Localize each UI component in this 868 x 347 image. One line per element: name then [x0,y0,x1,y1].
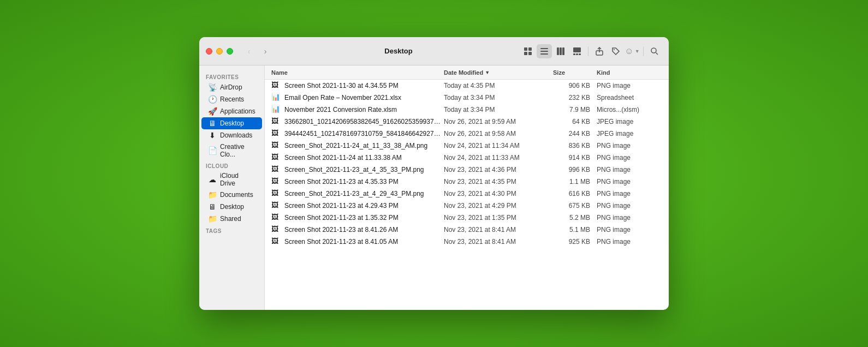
col-header-size[interactable]: Size [553,69,597,76]
svg-line-17 [656,52,658,55]
file-row[interactable]: 🖼 Screen Shot 2021-11-23 at 4.29.43 PM N… [265,200,669,212]
file-size: 914 KB [553,154,597,161]
desktop-icloud-icon: 🖥 [208,202,217,211]
minimize-button[interactable] [216,48,223,55]
toolbar-separator-1 [588,46,588,56]
sidebar-item-applications[interactable]: 🚀 Applications [201,105,262,117]
file-date: Nov 23, 2021 at 4:35 PM [444,178,553,186]
file-name: Screen Shot 2021-11-30 at 4.34.55 PM [284,82,444,89]
file-row[interactable]: 🖼 Screen Shot 2021-11-30 at 4.34.55 PM T… [265,80,669,92]
file-size: 675 KB [553,202,597,210]
creative-cloud-icon: 📄 [208,146,217,155]
file-kind: JPEG image [597,130,662,137]
file-date: Nov 23, 2021 at 1:35 PM [444,214,553,222]
svg-rect-6 [540,53,548,55]
file-date: Nov 23, 2021 at 8:41 AM [444,226,553,234]
applications-icon: 🚀 [208,107,217,116]
sidebar-item-shared[interactable]: 📁 Shared [201,213,262,225]
file-name: November 2021 Conversion Rate.xlsm [284,106,444,113]
file-kind: PNG image [597,238,662,246]
maximize-button[interactable] [227,48,233,55]
svg-rect-13 [579,53,581,55]
file-size: 232 KB [553,94,597,101]
file-row[interactable]: 🖼 Screen_Shot_2021-11-24_at_11_33_38_AM.… [265,140,669,152]
sidebar-label-icloud-drive: iCloud Drive [220,172,255,187]
file-row[interactable]: 🖼 Screen Shot 2021-11-24 at 11.33.38 AM … [265,152,669,164]
sidebar-item-airdrop[interactable]: 📡 AirDrop [201,81,262,93]
file-row[interactable]: 🖼 Screen Shot 2021-11-23 at 8.41.05 AM N… [265,236,669,248]
file-date: Nov 23, 2021 at 4:29 PM [444,202,553,210]
search-button[interactable] [647,44,662,58]
file-size: 925 KB [553,238,597,246]
sidebar-item-documents[interactable]: 📁 Documents [201,189,262,201]
file-row[interactable]: 🖼 Screen Shot 2021-11-23 at 4.35.33 PM N… [265,176,669,188]
more-button[interactable]: ☺ ▼ [625,44,640,58]
sidebar: Favorites 📡 AirDrop 🕐 Recents 🚀 Applicat… [199,65,265,310]
column-headers: Name Date Modified ▼ Size Kind [265,65,669,80]
sidebar-item-creative-cloud[interactable]: 📄 Creative Clo... [201,141,262,160]
file-type-icon: 🖼 [271,129,281,139]
file-name: 33662801_10214206958382645_9162602535993… [284,118,444,125]
file-row[interactable]: 🖼 33662801_10214206958382645_91626025359… [265,116,669,128]
back-button[interactable]: ‹ [242,45,256,57]
view-columns-button[interactable] [553,44,568,58]
svg-rect-12 [576,53,578,55]
sidebar-item-downloads[interactable]: ⬇ Downloads [201,129,262,141]
file-row[interactable]: 🖼 Screen_Shot_2021-11-23_at_4_29_43_PM.p… [265,188,669,200]
col-header-date[interactable]: Date Modified ▼ [444,69,553,76]
sidebar-item-icloud-drive[interactable]: ☁ iCloud Drive [201,170,262,189]
svg-rect-3 [528,52,532,55]
sidebar-label-downloads: Downloads [220,131,252,139]
file-kind: Micros...(xlsm) [597,106,662,113]
file-kind: PNG image [597,82,662,89]
toolbar-separator-2 [643,46,644,56]
file-row[interactable]: 📊 November 2021 Conversion Rate.xlsm Tod… [265,104,669,116]
col-header-name[interactable]: Name [271,69,444,76]
empty-row [265,284,669,296]
svg-rect-0 [524,47,527,51]
file-name: Screen Shot 2021-11-23 at 4.29.43 PM [284,202,444,210]
svg-rect-11 [573,53,575,55]
sidebar-item-desktop-icloud[interactable]: 🖥 Desktop [201,201,262,213]
window-title: Desktop [281,47,516,55]
close-button[interactable] [206,48,212,55]
sidebar-label-applications: Applications [220,107,255,115]
view-list-button[interactable] [537,44,552,58]
empty-row [265,272,669,284]
file-type-icon: 🖼 [271,189,281,199]
sidebar-item-recents[interactable]: 🕐 Recents [201,93,262,105]
file-row[interactable]: 🖼 Screen Shot 2021-11-23 at 8.41.26 AM N… [265,224,669,236]
file-row[interactable]: 🖼 Screen_Shot_2021-11-23_at_4_35_33_PM.p… [265,164,669,176]
empty-row [265,260,669,272]
file-type-icon: 🖼 [271,225,281,235]
sidebar-label-recents: Recents [220,95,244,103]
title-bar: ‹ › Desktop ☺ [199,37,669,65]
view-gallery-button[interactable] [569,44,585,58]
file-name: Screen Shot 2021-11-24 at 11.33.38 AM [284,154,444,161]
file-row[interactable]: 🖼 Screen Shot 2021-11-23 at 1.35.32 PM N… [265,212,669,224]
file-size: 244 KB [553,130,597,137]
svg-rect-9 [562,47,564,55]
tag-button[interactable] [608,44,623,58]
col-header-kind[interactable]: Kind [597,69,662,76]
file-date: Nov 24, 2021 at 11:34 AM [444,142,553,149]
sidebar-item-desktop[interactable]: 🖥 Desktop [201,117,262,129]
svg-rect-2 [524,52,527,55]
toolbar-icons: ☺ ▼ [520,44,662,58]
file-type-icon: 🖼 [271,117,281,127]
svg-rect-10 [573,47,581,52]
downloads-icon: ⬇ [208,131,217,140]
file-row[interactable]: 🖼 394442451_10214781697310759_5841846642… [265,128,669,140]
file-name: Screen_Shot_2021-11-24_at_11_33_38_AM.pn… [284,142,444,149]
file-kind: PNG image [597,154,662,161]
svg-point-15 [614,49,615,50]
view-grid-button[interactable] [520,44,536,58]
file-kind: PNG image [597,178,662,186]
file-name: Screen Shot 2021-11-23 at 1.35.32 PM [284,214,444,222]
file-name: Screen_Shot_2021-11-23_at_4_35_33_PM.png [284,166,444,174]
empty-row [265,296,669,308]
file-row[interactable]: 📊 Email Open Rate – November 2021.xlsx T… [265,92,669,104]
file-size: 836 KB [553,142,597,149]
forward-button[interactable]: › [258,45,272,57]
share-button[interactable] [592,44,607,58]
